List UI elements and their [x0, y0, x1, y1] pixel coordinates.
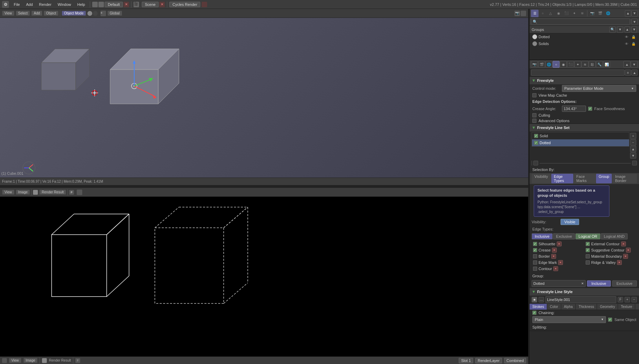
silhouette-x[interactable]: ✕ [557, 242, 562, 246]
add-lineset-btn[interactable]: + [630, 133, 636, 139]
lock-icon-solids[interactable]: 🔒 [631, 41, 636, 46]
edge-mark-x[interactable]: ✕ [626, 248, 631, 253]
render-engine-dropdown[interactable]: Cycles Render [169, 2, 200, 7]
chaining-dropdown[interactable]: Plain ▼ [532, 316, 606, 323]
texture-icon[interactable]: ⬛ [563, 10, 570, 17]
tab-visibility[interactable]: Visibility [532, 174, 551, 183]
ls-tab-thickness[interactable]: Thickness [576, 304, 597, 310]
contour-checkbox[interactable] [533, 254, 537, 258]
view-btn[interactable]: View [9, 358, 21, 363]
chaining-checkbox[interactable] [532, 311, 536, 315]
prop-world-icon[interactable]: 🌐 [545, 61, 552, 68]
remove-lineset-btn[interactable]: − [630, 139, 636, 146]
menu-add[interactable]: Add [23, 2, 36, 7]
mat-boundary-x[interactable]: ✕ [617, 260, 622, 265]
edge-tab-inclusive[interactable]: Inclusive [532, 233, 553, 239]
linestyle-dots-icon[interactable]: … [539, 297, 544, 302]
crease-angle-field[interactable]: 134.43° [562, 106, 586, 112]
advanced-checkbox[interactable] [532, 119, 536, 123]
filter-btn[interactable]: ▼ [631, 19, 638, 25]
prop-render-icon[interactable]: 📷 [531, 61, 538, 68]
transform-icon[interactable]: + [100, 11, 106, 16]
edge-tab-exclusive[interactable]: Exclusive [553, 233, 575, 239]
menu-window[interactable]: Window [55, 2, 74, 7]
culling-checkbox[interactable] [532, 113, 536, 117]
render-icon[interactable] [2, 358, 7, 363]
prop-constraints-icon[interactable]: ⛓ [589, 61, 596, 68]
linestyle-plus[interactable]: + [625, 297, 630, 302]
mat-boundary-checkbox[interactable] [586, 260, 590, 265]
outliner-item-dotted[interactable]: Dotted 👁 🔒 [530, 33, 639, 40]
menu-file[interactable]: File [11, 2, 23, 7]
object-icon[interactable]: ○ [539, 10, 546, 17]
move-down-lineset-btn[interactable]: ▼ [630, 152, 636, 159]
tab-group[interactable]: Group [596, 174, 612, 183]
view-button-render[interactable]: View [2, 190, 14, 195]
ls-tab-geometry[interactable]: Geometry [597, 304, 618, 310]
display-icon[interactable] [33, 190, 38, 195]
linestyle-minus[interactable]: − [631, 297, 637, 302]
inclusive-btn[interactable]: Inclusive [587, 280, 611, 287]
ls-tab-color[interactable]: Color [547, 304, 561, 310]
shading-solid[interactable] [87, 11, 92, 16]
exclusive-btn[interactable]: Exclusive [612, 280, 637, 287]
center-icon[interactable] [533, 161, 538, 165]
image-btn[interactable]: Image [23, 358, 38, 363]
suggestive-x[interactable]: ✕ [558, 260, 563, 265]
view-layer-icon[interactable]: ☰ [531, 10, 539, 17]
solid-vis-checkbox[interactable] [534, 134, 538, 138]
ridge-checkbox[interactable] [533, 267, 537, 271]
layout-icon-1[interactable] [92, 2, 98, 7]
close-layout-icon[interactable]: ✕ [124, 2, 129, 7]
outliner-up-icon[interactable]: ▲ [625, 26, 630, 33]
pinned-icon[interactable]: F [69, 190, 74, 195]
lock-icon-dotted[interactable]: 🔒 [631, 34, 636, 40]
global-dropdown[interactable]: Global [107, 11, 122, 16]
collapse-icon[interactable]: ▲ [624, 61, 630, 68]
contour-x[interactable]: ✕ [551, 254, 556, 259]
face-smooth-checkbox[interactable] [588, 107, 592, 111]
shading-wire[interactable] [93, 11, 98, 16]
scene-dropdown[interactable]: Scene [142, 2, 159, 7]
group-dropdown[interactable]: Dotted ✕ [532, 280, 586, 287]
mesh-icon[interactable]: △ [547, 10, 554, 17]
combined-dropdown[interactable]: Combined [504, 358, 526, 363]
right-icon[interactable] [632, 161, 637, 165]
filter-input[interactable] [531, 69, 625, 76]
camera-view-icon[interactable]: 📷 [514, 11, 520, 16]
tab-image-border[interactable]: Image Border [612, 174, 637, 183]
linestyle-name-field[interactable]: LineStyle.001 [545, 296, 616, 303]
prop-physics-icon[interactable]: ≋ [582, 61, 588, 68]
silhouette-checkbox[interactable] [533, 242, 537, 246]
eye-icon-solids[interactable]: 👁 [624, 41, 629, 46]
prop-texture-icon[interactable]: ⬛ [567, 61, 574, 68]
collapse-btn[interactable]: ▲ [625, 10, 631, 17]
eye-icon-dotted[interactable]: 👁 [624, 34, 629, 40]
zoom-icon[interactable] [77, 190, 82, 195]
border-checkbox[interactable] [533, 248, 537, 252]
move-up-lineset-btn[interactable]: ▲ [630, 146, 636, 152]
crease-edge-checkbox[interactable] [586, 242, 590, 246]
camera-icon[interactable]: 🎥 [134, 2, 139, 7]
menu-help[interactable]: Help [75, 2, 88, 7]
prop-particle-icon[interactable]: ✦ [574, 61, 581, 68]
layer-icon[interactable] [521, 11, 526, 16]
crease-edge-x[interactable]: ✕ [621, 242, 626, 246]
linestyle-F[interactable]: F [618, 297, 623, 302]
3d-scene[interactable]: (1) Cube.001 [0, 18, 528, 185]
settings-icon[interactable]: ▲ [631, 69, 638, 76]
edge-tab-logical-or[interactable]: Logical OR [575, 233, 600, 239]
same-obj-checkbox[interactable] [608, 318, 612, 322]
freestyle-header[interactable]: ▼ Freestyle [530, 77, 639, 84]
line-style-header[interactable]: ▼ Freestyle Line Style [530, 288, 639, 296]
view-map-cache-checkbox[interactable] [532, 93, 536, 97]
add-button[interactable]: Add [31, 11, 42, 16]
line-set-solid[interactable]: Solid [532, 132, 629, 139]
linestyle-color-swatch[interactable]: ■ [532, 297, 537, 302]
physics-icon[interactable]: ≋ [578, 10, 586, 17]
edge-mark-checkbox[interactable] [586, 248, 590, 252]
ls-tab-strokes[interactable]: Strokes [530, 304, 547, 310]
outliner-search-icon[interactable]: 🔍 [609, 26, 616, 33]
object-mode-dropdown[interactable]: Object Mode [62, 11, 86, 16]
render-layer-dropdown[interactable]: RenderLayer [475, 358, 502, 363]
